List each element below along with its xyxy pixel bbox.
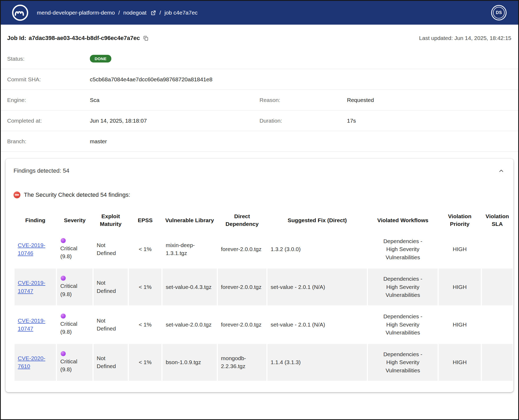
- findings-detected-title: Findings detected: 54: [14, 167, 69, 174]
- severity-text: Critical (9.8): [60, 358, 77, 372]
- engine-reason-row: Engine: Sca Reason: Requested: [1, 90, 518, 110]
- completed-at-label: Completed at:: [7, 118, 90, 124]
- commit-sha-value: c5cb68a7084e4ae7dcc60e6a98768720a81841e8: [90, 76, 212, 83]
- severity-critical-dot-icon: [61, 238, 66, 243]
- severity-cell: Critical (9.8): [57, 269, 92, 305]
- commit-sha-label: Commit SHA:: [7, 76, 90, 83]
- col-header-direct-dependency: Direct Dependency: [218, 210, 267, 230]
- col-header-violated-workflows: Violated Workflows: [368, 210, 438, 230]
- violated-workflows-cell: Dependencies - High Severity Vulnerabili…: [368, 269, 438, 305]
- copy-icon[interactable]: [143, 35, 149, 41]
- direct-dependency-cell: forever-2.0.0.tgz: [218, 269, 267, 305]
- epss-cell: < 1%: [129, 306, 161, 343]
- branch-label: Branch:: [7, 138, 90, 145]
- status-label: Status:: [7, 56, 90, 62]
- job-id-value: a7dac398-ae03-43c4-b8df-c96ec4e7a7ec: [29, 35, 140, 42]
- direct-dependency-cell: mongodb-2.2.36.tgz: [218, 344, 267, 381]
- finding-cell: CVE-2020-7610: [15, 344, 56, 381]
- cve-link[interactable]: CVE-2019-10747: [18, 318, 45, 332]
- collapse-chevron-up-icon[interactable]: [497, 167, 505, 175]
- suggested-fix-cell: 1.1.4 (3.1.3): [267, 344, 367, 381]
- col-header-finding: Finding: [15, 210, 56, 230]
- duration-value: 17s: [347, 118, 356, 124]
- suggested-fix-cell: set-value - 2.0.1 (N/A): [267, 306, 367, 343]
- breadcrumb-job: job c4e7a7ec: [164, 10, 197, 16]
- epss-cell: < 1%: [129, 344, 161, 381]
- findings-card-header: Findings detected: 54: [14, 167, 505, 175]
- cve-link[interactable]: CVE-2019-10747: [18, 280, 45, 294]
- duration-label: Duration:: [260, 118, 347, 124]
- table-row: CVE-2019-10747 Critical (9.8) Not Define…: [15, 269, 513, 305]
- findings-table: Finding Severity Exploit Maturity EPSS V…: [14, 209, 513, 382]
- user-avatar[interactable]: DS: [491, 5, 507, 20]
- severity-cell: Critical (9.8): [57, 306, 92, 343]
- cve-link[interactable]: CVE-2019-10746: [18, 242, 45, 256]
- severity-critical-dot-icon: [61, 314, 66, 319]
- vulnerable-library-cell: mixin-deep-1.3.1.tgz: [162, 231, 217, 268]
- finding-cell: CVE-2019-10747: [15, 269, 56, 305]
- violated-workflows-cell: Dependencies - High Severity Vulnerabili…: [368, 231, 438, 268]
- direct-dependency-cell: forever-2.0.0.tgz: [218, 231, 267, 268]
- reason-label: Reason:: [260, 97, 347, 103]
- cve-link[interactable]: CVE-2020-7610: [18, 355, 45, 369]
- col-header-epss: EPSS: [129, 210, 161, 230]
- exploit-maturity-cell: Not Defined: [94, 306, 128, 343]
- vulnerable-library-cell: bson-1.0.9.tgz: [162, 344, 217, 381]
- security-check-summary: The Security Check detected 54 findings:: [14, 191, 505, 198]
- reason-field: Reason: Requested: [260, 97, 512, 103]
- findings-card: Findings detected: 54 The Security Check…: [6, 159, 513, 392]
- reason-value: Requested: [347, 97, 374, 103]
- violation-priority-cell: HIGH: [439, 269, 481, 305]
- severity-text: Critical (9.8): [60, 245, 77, 259]
- completed-duration-row: Completed at: Jun 14, 2025, 18:18:07 Dur…: [1, 110, 518, 131]
- violation-sla-cell: [482, 306, 513, 343]
- last-updated-text: Last updated: Jun 14, 2025, 18:42:15: [419, 35, 511, 41]
- security-check-summary-text: The Security Check detected 54 findings:: [24, 191, 130, 198]
- violated-workflows-cell: Dependencies - High Severity Vulnerabili…: [368, 344, 438, 381]
- exploit-maturity-cell: Not Defined: [94, 344, 128, 381]
- severity-text: Critical (9.8): [60, 321, 77, 335]
- breadcrumb-org[interactable]: mend-developer-platform-demo: [37, 10, 115, 16]
- col-header-violation-sla: Violation SLA: [482, 210, 513, 230]
- col-header-exploit-maturity: Exploit Maturity: [94, 210, 128, 230]
- violated-workflows-text: Dependencies - High Severity Vulnerabili…: [382, 350, 424, 374]
- violation-sla-cell: [482, 231, 513, 268]
- external-link-icon[interactable]: [151, 10, 156, 16]
- exploit-maturity-cell: Not Defined: [94, 269, 128, 305]
- job-id-label: Job Id:: [7, 35, 26, 42]
- violation-sla-cell: [482, 344, 513, 381]
- breadcrumb-repo[interactable]: nodegoat: [123, 10, 147, 16]
- vulnerable-library-cell: set-value-0.4.3.tgz: [162, 269, 217, 305]
- table-header-row: Finding Severity Exploit Maturity EPSS V…: [15, 210, 513, 230]
- epss-cell: < 1%: [129, 269, 161, 305]
- violation-priority-cell: HIGH: [439, 306, 481, 343]
- violation-priority-cell: HIGH: [439, 344, 481, 381]
- col-header-vulnerable-library: Vulnerable Library: [162, 210, 217, 230]
- violated-workflows-cell: Dependencies - High Severity Vulnerabili…: [368, 306, 438, 343]
- job-header-row: Job Id: a7dac398-ae03-43c4-b8df-c96ec4e7…: [1, 25, 518, 48]
- branch-row: Branch: master: [1, 131, 518, 152]
- breadcrumb: mend-developer-platform-demo / nodegoat …: [37, 10, 197, 16]
- duration-field: Duration: 17s: [260, 118, 512, 124]
- severity-cell: Critical (9.8): [57, 344, 92, 381]
- job-details-page: mend-developer-platform-demo / nodegoat …: [0, 0, 519, 420]
- severity-critical-dot-icon: [61, 276, 66, 281]
- table-row: CVE-2019-10746 Critical (9.8) Not Define…: [15, 231, 513, 268]
- completed-at-field: Completed at: Jun 14, 2025, 18:18:07: [7, 118, 260, 124]
- table-row: CVE-2020-7610 Critical (9.8) Not Defined…: [15, 344, 513, 381]
- status-row: Status: DONE: [1, 48, 518, 69]
- engine-label: Engine:: [7, 97, 90, 103]
- commit-sha-row: Commit SHA: c5cb68a7084e4ae7dcc60e6a9876…: [1, 69, 518, 90]
- breadcrumb-separator: /: [118, 10, 120, 16]
- vulnerable-library-cell: set-value-2.0.0.tgz: [162, 306, 217, 343]
- direct-dependency-cell: forever-2.0.0.tgz: [218, 306, 267, 343]
- col-header-suggested-fix: Suggested Fix (Direct): [267, 210, 367, 230]
- severity-cell: Critical (9.8): [57, 231, 92, 268]
- finding-cell: CVE-2019-10746: [15, 231, 56, 268]
- top-navbar: mend-developer-platform-demo / nodegoat …: [1, 1, 518, 25]
- completed-at-value: Jun 14, 2025, 18:18:07: [90, 118, 147, 124]
- exploit-maturity-cell: Not Defined: [94, 231, 128, 268]
- violation-priority-cell: HIGH: [439, 231, 481, 268]
- violated-workflows-text: Dependencies - High Severity Vulnerabili…: [382, 237, 424, 261]
- epss-cell: < 1%: [129, 231, 161, 268]
